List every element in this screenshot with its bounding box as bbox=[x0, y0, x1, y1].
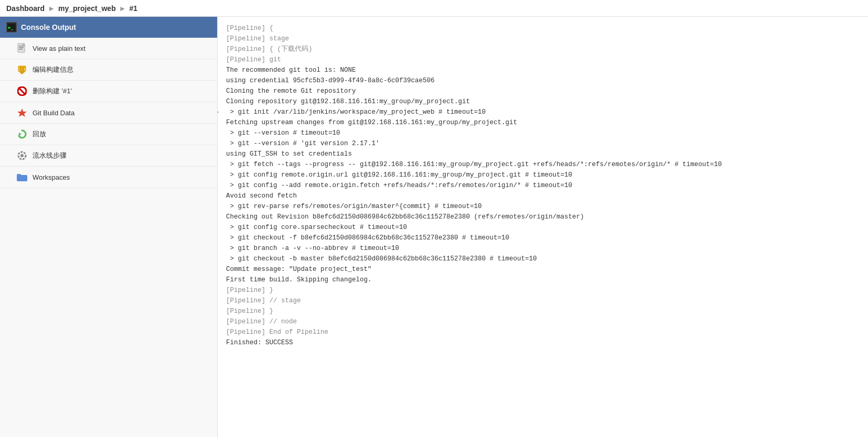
console-line: [Pipeline] } bbox=[226, 306, 860, 316]
console-line: > git checkout -f b8efc6d2150d086984c62b… bbox=[226, 233, 860, 243]
console-line: Finished: SUCCESS bbox=[226, 337, 860, 348]
sidebar-item-workspaces-label: Workspaces bbox=[33, 173, 70, 181]
arrow-svg bbox=[218, 107, 223, 117]
sidebar-header: ▶_ Console Output bbox=[0, 17, 217, 38]
sidebar-item-git-build-data[interactable]: Git Build Data bbox=[0, 102, 217, 124]
arrow-indicator bbox=[218, 107, 223, 117]
sidebar-item-replay[interactable]: 回放 bbox=[0, 124, 217, 145]
pencil-icon bbox=[17, 64, 27, 75]
sidebar-item-delete-build[interactable]: 删除构建 '#1' bbox=[0, 81, 217, 102]
console-line: [Pipeline] // node bbox=[226, 316, 860, 327]
console-line: > git branch -a -v --no-abbrev # timeout… bbox=[226, 243, 860, 254]
console-line: > git checkout -b master b8efc6d2150d086… bbox=[226, 254, 860, 264]
sidebar-item-replay-label: 回放 bbox=[33, 129, 46, 139]
console-line: > git config remote.origin.url git@192.1… bbox=[226, 170, 860, 180]
console-output: [Pipeline] { [Pipeline] stage [Pipeline]… bbox=[226, 23, 860, 348]
console-output-area: [Pipeline] { [Pipeline] stage [Pipeline]… bbox=[218, 17, 868, 437]
sidebar-item-plain-text-label: View as plain text bbox=[33, 45, 85, 52]
console-line: > git config core.sparsecheckout # timeo… bbox=[226, 222, 860, 233]
svg-rect-10 bbox=[23, 68, 24, 71]
console-line: Cloning the remote Git repository bbox=[226, 86, 860, 96]
sidebar-item-pipeline-steps[interactable]: 流水线步骤 bbox=[0, 145, 217, 167]
console-line: > git rev-parse refs/remotes/origin/mast… bbox=[226, 201, 860, 212]
sidebar-item-plain-text[interactable]: View as plain text bbox=[0, 38, 217, 59]
sidebar-header-label: Console Output bbox=[21, 23, 76, 31]
no-icon bbox=[17, 86, 27, 96]
console-line: The recommended git tool is: NONE bbox=[226, 65, 860, 75]
sidebar-item-workspaces[interactable]: Workspaces bbox=[0, 167, 217, 188]
console-line: > git --version # timeout=10 bbox=[226, 128, 860, 138]
breadcrumb-project[interactable]: my_project_web bbox=[58, 4, 116, 13]
sidebar-item-edit-build[interactable]: 编辑构建信息 bbox=[0, 59, 217, 81]
breadcrumb-bar: Dashboard ► my_project_web ► #1 bbox=[0, 0, 868, 17]
console-line: [Pipeline] git bbox=[226, 54, 860, 65]
console-line: using GIT_SSH to set credentials bbox=[226, 149, 860, 159]
console-line: [Pipeline] stage bbox=[226, 34, 860, 44]
svg-rect-8 bbox=[18, 66, 26, 68]
sidebar-item-edit-build-label: 编辑构建信息 bbox=[33, 65, 73, 74]
svg-rect-9 bbox=[20, 68, 22, 71]
svg-rect-4 bbox=[19, 47, 24, 48]
console-line-text: > git init /var/lib/jenkins/workspace/my… bbox=[226, 107, 486, 117]
console-line: [Pipeline] } bbox=[226, 285, 860, 296]
console-line: Fetching upstream changes from git@192.1… bbox=[226, 117, 860, 128]
console-line: Checking out Revision b8efc6d2150d086984… bbox=[226, 212, 860, 222]
svg-rect-5 bbox=[19, 49, 23, 50]
console-line: Avoid second fetch bbox=[226, 191, 860, 201]
svg-rect-19 bbox=[17, 174, 21, 176]
sidebar-item-pipeline-steps-label: 流水线步骤 bbox=[33, 151, 67, 160]
console-line: [Pipeline] End of Pipeline bbox=[226, 327, 860, 337]
sidebar-item-delete-build-label: 删除构建 '#1' bbox=[33, 86, 72, 96]
console-line: > git --version # 'git version 2.17.1' bbox=[226, 138, 860, 149]
sidebar-item-git-build-data-label: Git Build Data bbox=[33, 109, 74, 117]
sidebar: ▶_ Console Output View as plain text bbox=[0, 17, 218, 437]
console-line-highlighted: > git init /var/lib/jenkins/workspace/my… bbox=[226, 107, 860, 117]
breadcrumb-build: #1 bbox=[130, 4, 138, 13]
gear-icon bbox=[17, 150, 27, 161]
console-line: [Pipeline] { (下载代码) bbox=[226, 44, 860, 54]
console-line: > git fetch --tags --progress -- git@192… bbox=[226, 159, 860, 170]
console-line: > git config --add remote.origin.fetch +… bbox=[226, 180, 860, 191]
svg-point-16 bbox=[20, 154, 24, 157]
console-line: Commit message: "Update project_test" bbox=[226, 264, 860, 275]
breadcrumb-sep-1: ► bbox=[48, 4, 55, 13]
console-line: First time build. Skipping changelog. bbox=[226, 275, 860, 285]
breadcrumb-dashboard[interactable]: Dashboard bbox=[6, 4, 45, 13]
console-icon: ▶_ bbox=[6, 22, 17, 32]
console-line: using credential 95cfc5b3-d999-4f49-8a8c… bbox=[226, 75, 860, 86]
console-line: [Pipeline] // stage bbox=[226, 296, 860, 306]
replay-icon bbox=[17, 129, 27, 139]
svg-marker-14 bbox=[17, 108, 27, 117]
console-line: Cloning repository git@192.168.116.161:m… bbox=[226, 96, 860, 107]
console-line: [Pipeline] { bbox=[226, 23, 860, 34]
breadcrumb-sep-2: ► bbox=[119, 4, 126, 13]
doc-icon bbox=[17, 43, 27, 53]
svg-text:▶_: ▶_ bbox=[8, 25, 14, 30]
folder-icon bbox=[17, 172, 27, 182]
svg-marker-15 bbox=[19, 133, 22, 136]
git-icon bbox=[17, 107, 27, 118]
svg-marker-11 bbox=[18, 71, 26, 74]
main-layout: ▶_ Console Output View as plain text bbox=[0, 17, 868, 437]
